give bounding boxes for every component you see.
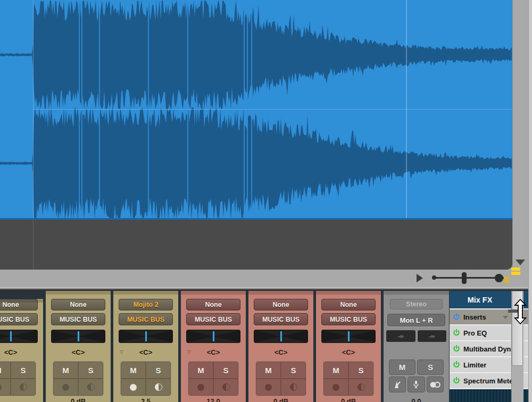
pan-slider[interactable]	[51, 330, 105, 343]
power-icon[interactable]	[453, 377, 460, 384]
mute-solo-group: M S	[53, 361, 104, 396]
expand-arrow-icon[interactable]: ▽	[187, 349, 191, 355]
activity-indicator-bar	[511, 267, 520, 271]
channel-strip: None MUSIC BUS <C> M S 0 dB	[248, 291, 313, 402]
channel-strip: None MUSIC BUS <C> M S 0 dB	[46, 291, 111, 402]
panel-divider[interactable]	[0, 287, 532, 291]
solo-button[interactable]: S	[146, 362, 171, 379]
output-bus-button[interactable]: MUSIC BUS	[119, 313, 173, 325]
pan-slider[interactable]	[321, 330, 376, 343]
monitor-icon	[155, 383, 162, 391]
scroll-down-arrow-icon[interactable]	[516, 259, 525, 265]
mono-stereo-icon	[429, 381, 441, 388]
power-icon[interactable]	[453, 313, 460, 321]
mute-button[interactable]: M	[323, 362, 348, 379]
mute-button[interactable]: M	[188, 362, 213, 379]
monitor-button[interactable]	[11, 379, 36, 396]
insert-slot-button[interactable]: None	[321, 299, 376, 311]
record-icon	[197, 384, 204, 391]
monitor-button[interactable]	[348, 379, 373, 396]
solo-button[interactable]: S	[11, 362, 36, 379]
record-arm-button[interactable]	[53, 379, 78, 396]
solo-button[interactable]: S	[281, 362, 306, 379]
main-channel-strip: Stereo Mon L + R -∞ -∞ M S	[384, 291, 449, 402]
solo-button[interactable]: S	[78, 362, 103, 379]
solo-button[interactable]: S	[348, 362, 373, 379]
record-arm-button[interactable]	[323, 379, 348, 396]
expand-arrow-icon[interactable]: ▽	[120, 349, 123, 355]
record-arm-button[interactable]	[121, 379, 146, 396]
track-lane-area[interactable]	[0, 0, 512, 270]
monitor-button[interactable]	[146, 379, 171, 396]
mute-button[interactable]: M	[121, 362, 146, 379]
audio-event-waveform[interactable]	[0, 0, 512, 270]
mute-solo-group: M S	[323, 361, 374, 396]
output-bus-button[interactable]: MUSIC BUS	[186, 313, 240, 325]
talkback-button[interactable]	[408, 376, 425, 392]
zoom-fit-icon[interactable]	[417, 274, 423, 282]
monitor-icon	[358, 383, 365, 391]
row-label: Inserts	[463, 313, 486, 321]
metronome-icon	[393, 381, 402, 389]
output-bus-button[interactable]: MUSIC BUS	[321, 313, 376, 325]
mute-button[interactable]: M	[0, 362, 11, 379]
insert-slot-button[interactable]: Mojito 2	[119, 299, 173, 311]
gain-value[interactable]: 0 dB	[316, 397, 381, 402]
gain-value[interactable]: 0 dB	[248, 397, 313, 402]
power-icon[interactable]	[453, 329, 460, 337]
monitor-output-button[interactable]: Mon L + R	[387, 314, 445, 326]
power-icon[interactable]	[453, 361, 460, 368]
gain-value[interactable]: 0 dB	[46, 397, 111, 402]
monitor-button[interactable]	[281, 379, 306, 396]
record-arm-button[interactable]	[188, 379, 213, 396]
monitor-icon	[222, 383, 230, 391]
insert-slot-button[interactable]: None	[254, 299, 308, 311]
arrangement-view	[0, 0, 528, 287]
zoom-slider-max-knob[interactable]	[495, 274, 503, 282]
insert-slot-button[interactable]: None	[186, 299, 240, 311]
insert-label: None	[272, 301, 289, 308]
pan-slider[interactable]	[0, 330, 38, 343]
insert-slot-button[interactable]: None	[51, 299, 105, 311]
vertical-scrollbar-track[interactable]	[512, 0, 529, 270]
record-icon	[0, 384, 2, 391]
window-edge	[528, 0, 532, 402]
pan-position-indicator	[78, 331, 79, 341]
record-icon	[130, 384, 137, 391]
output-bus-button[interactable]: MUSIC BUS	[51, 313, 105, 325]
channel-strip: None MUSIC BUS ▽<C> M S 12.0	[181, 291, 246, 402]
mono-button[interactable]	[427, 376, 444, 392]
menu-arrow-icon[interactable]	[503, 316, 508, 319]
output-bus-button[interactable]: MUSIC BUS	[0, 313, 38, 325]
mute-button[interactable]: M	[389, 359, 415, 375]
power-icon[interactable]	[453, 345, 460, 353]
gain-value[interactable]: 12.0	[181, 397, 246, 402]
metronome-button[interactable]	[389, 376, 406, 392]
zoom-slider-track[interactable]	[434, 277, 504, 279]
mute-button[interactable]: M	[256, 362, 281, 379]
gain-value[interactable]: 3.5	[113, 397, 178, 402]
pan-slider[interactable]	[254, 330, 308, 343]
activity-indicator-bar	[504, 280, 509, 283]
solo-button[interactable]: S	[213, 362, 238, 379]
channel-strip: None MUSIC BUS <C> M S 0 dB	[0, 299, 43, 402]
solo-button[interactable]: S	[417, 359, 444, 375]
insert-label: None	[340, 301, 356, 308]
monitor-button[interactable]	[78, 379, 103, 396]
pan-slider[interactable]	[119, 330, 173, 343]
zoom-slider-handle[interactable]	[462, 272, 467, 284]
mute-button[interactable]: M	[53, 362, 78, 379]
monitor-button[interactable]	[213, 379, 238, 396]
pan-value-label: <C>	[0, 348, 43, 356]
row-label: Multiband Dyn	[463, 345, 511, 353]
output-bus-button[interactable]: MUSIC BUS	[254, 313, 308, 325]
mute-solo-group: M S	[120, 361, 171, 396]
pan-slider[interactable]	[186, 330, 240, 343]
mixer-console: None MUSIC BUS <C> M S 0 dB None MUSIC B…	[0, 291, 450, 402]
level-readout-left: -∞	[386, 330, 415, 342]
menu-arrow-icon[interactable]	[503, 380, 508, 383]
insert-slot-button[interactable]: None	[0, 299, 38, 311]
gain-value[interactable]: 0.0	[384, 397, 449, 402]
record-arm-button[interactable]	[0, 379, 11, 396]
record-arm-button[interactable]	[256, 379, 281, 396]
